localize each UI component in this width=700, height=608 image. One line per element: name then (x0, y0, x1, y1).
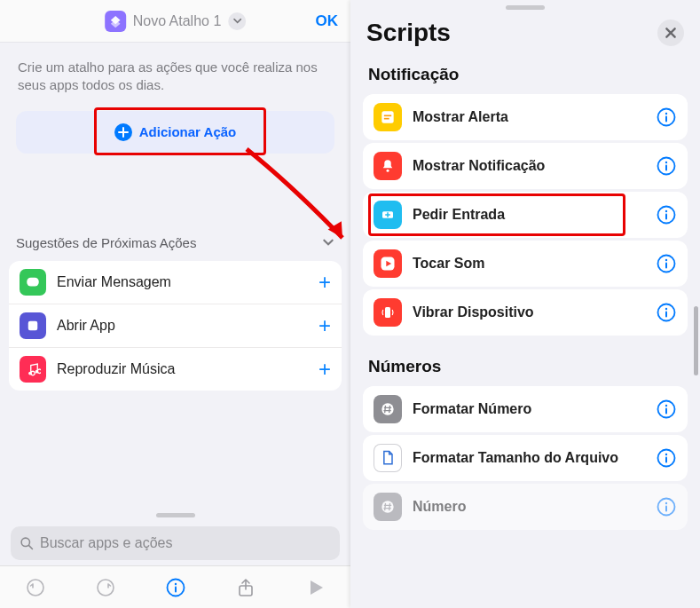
svg-point-31 (665, 308, 667, 310)
info-icon[interactable] (656, 496, 677, 517)
action-label: Mostrar Alerta (413, 109, 645, 125)
shortcut-title[interactable]: Novo Atalho 1 (133, 13, 222, 29)
action-label: Formatar Tamanho do Arquivo (413, 450, 645, 466)
svg-point-17 (387, 170, 389, 172)
play-icon (374, 249, 402, 278)
svg-point-40 (381, 501, 393, 512)
svg-rect-16 (665, 116, 667, 122)
suggestion-row[interactable]: Reproduzir Música+ (9, 348, 342, 391)
play-button[interactable] (305, 577, 326, 598)
svg-point-35 (665, 405, 667, 407)
suggestion-row[interactable]: Abrir App+ (9, 304, 342, 348)
svg-point-38 (665, 454, 667, 455)
intro-text: Crie um atalho para as ações que você re… (0, 43, 350, 104)
action-row[interactable]: Vibrar Dispositivo (363, 289, 688, 336)
info-icon[interactable] (656, 107, 677, 128)
chevron-down-icon[interactable] (228, 12, 246, 30)
info-icon[interactable] (656, 253, 677, 274)
add-action-button[interactable]: Adicionar Ação (16, 111, 334, 154)
add-suggestion-button[interactable]: + (319, 270, 331, 295)
info-icon[interactable] (656, 155, 677, 177)
close-button[interactable] (657, 20, 684, 46)
info-button[interactable] (165, 577, 186, 598)
suggestion-label: Abrir App (57, 318, 308, 334)
search-placeholder: Buscar apps e ações (40, 535, 172, 551)
add-action-label: Adicionar Ação (139, 124, 236, 139)
action-picker-pane: Scripts NotificaçãoMostrar AlertaMostrar… (350, 0, 700, 608)
app-icon (20, 312, 46, 339)
add-suggestion-button[interactable]: + (319, 313, 331, 338)
svg-point-42 (665, 502, 667, 504)
suggestion-row[interactable]: Enviar Mensagem+ (9, 261, 342, 304)
plus-circle-icon (114, 123, 132, 141)
svg-rect-39 (665, 457, 667, 463)
svg-point-19 (665, 162, 667, 163)
svg-rect-13 (384, 118, 389, 120)
add-suggestion-button[interactable]: + (319, 357, 331, 382)
action-row[interactable]: Número (363, 484, 688, 530)
info-icon[interactable] (656, 447, 677, 469)
vibrate-icon (374, 298, 402, 327)
svg-point-15 (665, 113, 667, 114)
svg-point-23 (665, 210, 667, 212)
svg-point-4 (21, 538, 29, 546)
section-title: Números (350, 350, 700, 383)
suggestions-title: Sugestões de Próximas Ações (16, 235, 196, 250)
action-label: Mostrar Notificação (413, 158, 645, 174)
undo-button[interactable] (25, 577, 46, 598)
action-label: Tocar Som (413, 256, 645, 272)
action-label: Vibrar Dispositivo (413, 304, 645, 320)
action-row[interactable]: Tocar Som (363, 241, 688, 287)
suggestion-label: Reproduzir Música (57, 361, 308, 377)
redo-button[interactable] (95, 577, 116, 598)
input-icon (374, 201, 402, 229)
svg-point-8 (174, 582, 176, 584)
editor-header: Novo Atalho 1 OK (0, 0, 350, 43)
search-icon (20, 536, 35, 551)
file-icon (374, 444, 402, 472)
section-title: Notificação (350, 58, 700, 91)
share-button[interactable] (235, 577, 256, 598)
svg-rect-28 (665, 263, 667, 269)
panel-title: Scripts (366, 19, 451, 47)
ok-button[interactable]: OK (316, 12, 339, 30)
scroll-indicator[interactable] (694, 306, 698, 375)
svg-rect-1 (28, 320, 38, 330)
shortcuts-app-icon (105, 11, 126, 32)
info-icon[interactable] (656, 204, 677, 225)
svg-point-2 (28, 371, 32, 375)
search-input[interactable]: Buscar apps e ações (11, 526, 340, 560)
info-icon[interactable] (656, 302, 677, 323)
drag-handle[interactable] (506, 5, 545, 10)
chevron-down-icon (322, 236, 334, 249)
suggestions-header[interactable]: Sugestões de Próximas Ações (0, 230, 350, 256)
svg-rect-32 (665, 312, 667, 318)
hash-icon (374, 493, 402, 521)
svg-rect-12 (384, 115, 391, 117)
action-label: Pedir Entrada (413, 207, 645, 223)
svg-rect-43 (665, 506, 667, 512)
svg-rect-9 (175, 586, 177, 592)
action-row[interactable]: Formatar Tamanho do Arquivo (363, 435, 688, 481)
close-icon (665, 27, 677, 39)
music-icon (20, 356, 46, 383)
svg-point-3 (35, 369, 39, 373)
message-icon (20, 269, 46, 296)
svg-rect-24 (665, 214, 667, 220)
action-row[interactable]: Pedir Entrada (363, 192, 688, 238)
alert-icon (374, 103, 402, 131)
action-row[interactable]: Formatar Número (363, 386, 688, 432)
svg-rect-29 (385, 307, 390, 318)
action-label: Formatar Número (413, 401, 645, 417)
svg-rect-20 (665, 165, 667, 171)
action-label: Número (413, 499, 645, 515)
svg-point-27 (665, 259, 667, 261)
svg-rect-11 (381, 111, 393, 122)
svg-point-6 (98, 580, 114, 596)
shortcut-editor-pane: Novo Atalho 1 OK Crie um atalho para as … (0, 0, 350, 608)
action-row[interactable]: Mostrar Notificação (363, 143, 688, 189)
info-icon[interactable] (656, 399, 677, 420)
hash-icon (374, 395, 402, 423)
suggestion-label: Enviar Mensagem (57, 274, 308, 290)
action-row[interactable]: Mostrar Alerta (363, 94, 688, 140)
